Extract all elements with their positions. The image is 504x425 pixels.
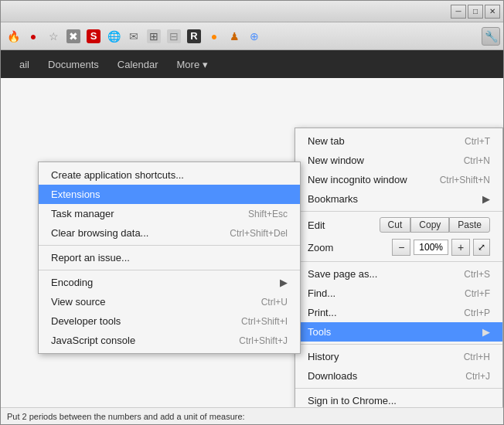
toolbar: 🔥 ● ☆ ✖ S 🌐 ✉ ⊞ ⊟ R ● <box>1 22 503 50</box>
downloads-item[interactable]: Downloads Ctrl+J <box>295 366 502 386</box>
find-item[interactable]: Find... Ctrl+F <box>295 284 502 303</box>
tab2-icon[interactable]: ⊟ <box>165 27 183 46</box>
nav-calendar[interactable]: Calendar <box>108 53 168 76</box>
create-shortcuts-item[interactable]: Create application shortcuts... <box>39 165 300 185</box>
report-issue-item[interactable]: Report an issue... <box>39 248 300 267</box>
status-bar: Put 2 periods between the numbers and ad… <box>1 407 503 424</box>
star-icon[interactable]: ☆ <box>44 27 63 46</box>
shield-icon[interactable]: S <box>84 27 103 46</box>
view-source-item[interactable]: View source Ctrl+U <box>39 292 300 311</box>
encoding-item[interactable]: Encoding ▶ <box>39 273 300 292</box>
r-icon[interactable]: R <box>185 27 203 46</box>
maximize-button[interactable]: □ <box>468 5 483 19</box>
print-item[interactable]: Print... Ctrl+P <box>295 303 502 322</box>
tab-icon[interactable]: ⊞ <box>145 27 163 46</box>
save-page-item[interactable]: Save page as... Ctrl+S <box>295 264 502 284</box>
chrome-icon[interactable]: 🌐 <box>104 27 123 46</box>
cross-icon[interactable]: ✖ <box>64 27 83 46</box>
adblock-icon[interactable]: ● <box>24 27 43 46</box>
puzzle-icon[interactable]: ♟ <box>225 27 243 46</box>
signin-item[interactable]: Sign in to Chrome... <box>295 391 502 407</box>
nav-bar: ail Documents Calendar More ▾ <box>1 50 503 78</box>
separator-1 <box>295 211 502 212</box>
chrome-menu: New tab Ctrl+T New window Ctrl+N New inc… <box>295 128 503 407</box>
paste-button[interactable]: Paste <box>449 217 490 233</box>
fire-icon[interactable]: 🔥 <box>4 27 22 46</box>
title-bar-buttons: ─ □ ✕ <box>451 5 500 19</box>
new-tab-item[interactable]: New tab Ctrl+T <box>295 131 502 151</box>
content-area: Create application shortcuts... Extensio… <box>1 78 503 407</box>
nav-documents[interactable]: Documents <box>39 53 108 76</box>
search-icon[interactable]: ⊕ <box>245 27 264 46</box>
zoom-in-button[interactable]: + <box>451 239 470 256</box>
new-incognito-item[interactable]: New incognito window Ctrl+Shift+N <box>295 170 502 189</box>
new-window-item[interactable]: New window Ctrl+N <box>295 151 502 170</box>
tools-item[interactable]: Tools ▶ <box>295 322 502 342</box>
javascript-console-item[interactable]: JavaScript console Ctrl+Shift+J <box>39 331 300 350</box>
nav-more[interactable]: More ▾ <box>168 53 217 76</box>
fullscreen-button[interactable]: ⤢ <box>473 239 490 256</box>
wrench-icon[interactable]: 🔧 <box>482 27 500 46</box>
browser-window: ─ □ ✕ 🔥 ● ☆ ✖ S 🌐 ✉ ⊞ ⊟ <box>0 0 504 425</box>
bookmarks-item[interactable]: Bookmarks ▶ <box>295 189 502 209</box>
zoom-value: 100% <box>414 240 448 255</box>
copy-button[interactable]: Copy <box>410 217 449 233</box>
developer-tools-item[interactable]: Developer tools Ctrl+Shift+I <box>39 311 300 331</box>
separator-4 <box>295 388 502 389</box>
separator-3 <box>295 344 502 345</box>
history-item[interactable]: History Ctrl+H <box>295 347 502 366</box>
separator-2 <box>295 261 502 262</box>
status-text: Put 2 periods between the numbers and ad… <box>7 412 245 421</box>
orange-icon[interactable]: ● <box>205 27 223 46</box>
task-manager-item[interactable]: Task manager Shift+Esc <box>39 204 300 223</box>
cut-button[interactable]: Cut <box>380 217 411 233</box>
extensions-item[interactable]: Extensions <box>39 185 300 204</box>
mail-icon[interactable]: ✉ <box>124 27 143 46</box>
zoom-row: Zoom − 100% + ⤢ <box>295 236 502 259</box>
edit-row: Edit Cut Copy Paste <box>295 214 502 236</box>
zoom-out-button[interactable]: − <box>392 239 410 256</box>
title-bar: ─ □ ✕ <box>1 1 503 22</box>
minimize-button[interactable]: ─ <box>451 5 466 19</box>
left-separator-1 <box>39 245 300 246</box>
close-button[interactable]: ✕ <box>485 5 500 19</box>
nav-mail[interactable]: ail <box>10 53 39 76</box>
tools-submenu: Create application shortcuts... Extensio… <box>38 162 301 354</box>
left-separator-2 <box>39 270 300 270</box>
clear-browsing-item[interactable]: Clear browsing data... Ctrl+Shift+Del <box>39 223 300 243</box>
